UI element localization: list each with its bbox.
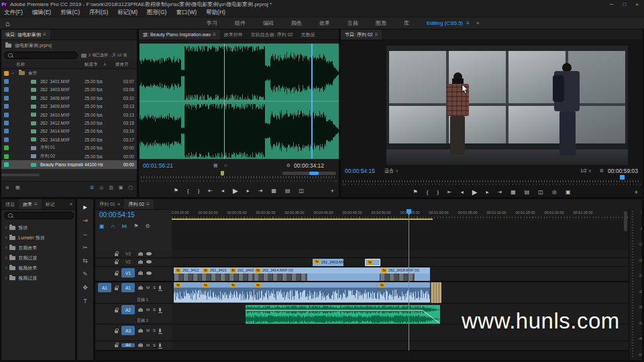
panel-menu-icon[interactable]: ≡ xyxy=(466,20,470,26)
timeline-clip-v2-0[interactable]: fx262_3403.MXF xyxy=(313,259,343,266)
expand-caret-icon[interactable]: › xyxy=(5,225,7,230)
workspace-tab-0[interactable]: 学习 xyxy=(198,18,226,28)
mute-button[interactable]: M xyxy=(146,328,150,333)
label-color-chip[interactable] xyxy=(4,145,9,150)
export-frame-button[interactable]: ◫ xyxy=(538,190,543,195)
track-header-V2[interactable]: V2 xyxy=(95,258,172,267)
label-color-chip[interactable] xyxy=(4,113,9,117)
project-row-262_3409-MXF[interactable]: 262_3409.MXF25.00 fps03:13 xyxy=(1,103,137,111)
effects-folder-5[interactable]: ›视频过渡 xyxy=(1,273,75,283)
scroll-track[interactable] xyxy=(345,184,639,185)
scroll-handle-right[interactable]: ○ xyxy=(335,179,337,183)
track-output-toggle-icon[interactable] xyxy=(146,272,152,275)
label-color-chip[interactable] xyxy=(4,96,9,101)
tab-program[interactable]: 节目: 序列 02 ≡ xyxy=(341,29,382,40)
column-name[interactable]: 名称 xyxy=(16,62,25,68)
go-to-in-button[interactable]: ⇤ xyxy=(208,188,213,194)
work-area-bar[interactable] xyxy=(172,219,433,220)
linked-selection-toggle[interactable]: ⋈ xyxy=(121,223,127,229)
track-lane-A4[interactable] xyxy=(172,341,629,351)
track-lock-icon[interactable] xyxy=(115,253,118,256)
type-tool[interactable]: T xyxy=(83,298,87,304)
track-header-A3[interactable]: A3MS xyxy=(95,324,172,341)
automate-to-sequence-button[interactable]: ⊞ xyxy=(90,185,94,190)
find-button[interactable]: ◎ xyxy=(99,185,103,190)
minimize-button[interactable]: ─ xyxy=(610,1,614,7)
menu-item-5[interactable]: 图形(G) xyxy=(147,9,166,17)
mark-out-button[interactable]: } xyxy=(198,188,200,194)
menu-item-1[interactable]: 编辑(E) xyxy=(32,9,51,17)
timeline-ruler[interactable]: 00:00:15:0000:00:20:0000:00:25:0000:00:3… xyxy=(172,209,629,219)
track-header-A2[interactable]: A2MS音频 2 xyxy=(95,304,172,324)
expand-caret-icon[interactable]: › xyxy=(5,245,7,250)
project-row-262_3412-MXF[interactable]: 262_3412.MXF25.00 fps03:15 xyxy=(1,119,137,127)
workspace-tab-5[interactable]: 音频 xyxy=(339,18,367,28)
expand-caret-icon[interactable]: › xyxy=(5,265,7,270)
voiceover-record-icon[interactable] xyxy=(159,343,161,347)
folder-expand-caret[interactable]: › xyxy=(11,72,15,74)
menu-item-3[interactable]: 序列(S) xyxy=(89,9,108,17)
timeline-clip-a1-4[interactable]: fx xyxy=(378,282,430,303)
timeline-clip-v1-3[interactable]: fx262_3414.MXF [V] xyxy=(254,267,380,281)
ripple-edit-tool[interactable]: ↔ xyxy=(83,231,89,237)
track-output-toggle-icon[interactable] xyxy=(146,260,152,263)
new-bin-button[interactable]: ▥ xyxy=(109,185,113,190)
track-header-A4[interactable]: A4MS xyxy=(95,341,172,351)
voiceover-record-icon[interactable] xyxy=(159,328,161,333)
sync-lock-icon[interactable] xyxy=(138,271,143,275)
track-lane-V2[interactable] xyxy=(172,258,629,267)
timeline-clip-a1-2[interactable]: fx xyxy=(229,282,254,303)
menu-item-7[interactable]: 帮助(H) xyxy=(206,9,225,17)
expand-caret-icon[interactable]: › xyxy=(5,255,7,260)
source-scrollbar[interactable]: ○ ○ xyxy=(140,178,337,183)
track-lock-icon[interactable] xyxy=(115,310,118,312)
program-scrollbar[interactable]: ○ ○ xyxy=(342,182,641,186)
tab-project[interactable]: 项目: 微电影案例 ≡ xyxy=(1,29,50,40)
program-position-timecode[interactable]: 00:00:54:15 xyxy=(345,168,375,174)
workspace-overflow-icon[interactable]: » xyxy=(476,20,479,26)
export-frame-button[interactable]: ◫ xyxy=(299,188,305,194)
track-lock-icon[interactable] xyxy=(115,330,118,333)
project-column-headers[interactable]: 名称 帧速率 ∧ 媒体开 xyxy=(1,60,137,69)
snap-toggle[interactable]: ∩ xyxy=(111,223,115,229)
timeline-clip-v1-4[interactable]: fx262_3418.MXF [V] xyxy=(380,267,430,281)
list-view-button[interactable]: ≣ xyxy=(5,185,9,190)
audio-meter-panel[interactable]: 0-6-12-18-24-30-36-42-48-54 xyxy=(629,208,643,361)
program-video-frame[interactable] xyxy=(386,46,628,165)
track-lane-V3[interactable] xyxy=(172,250,629,258)
track-header-A1[interactable]: A1A1MS音频 1 xyxy=(95,282,172,304)
mute-button[interactable]: M xyxy=(146,308,150,312)
step-forward-button[interactable]: ▸ xyxy=(486,190,488,195)
panel-menu-icon[interactable]: ≡ xyxy=(213,32,216,38)
project-row-262_3410-MXF[interactable]: 262_3410.MXF25.00 fps03:13 xyxy=(1,111,137,119)
add-marker-button[interactable]: ⚑ xyxy=(133,223,138,229)
multi-camera-button[interactable]: ▣ xyxy=(566,190,571,195)
pen-tool[interactable]: ✎ xyxy=(83,272,88,278)
insert-overwrite-as-nest-toggle[interactable]: ▣ xyxy=(99,223,105,229)
track-target-V1[interactable]: V1 xyxy=(121,268,135,278)
panel-menu-icon[interactable]: ≡ xyxy=(34,201,38,207)
overwrite-button[interactable]: ▤ xyxy=(285,188,290,194)
track-target-V3[interactable]: V3 xyxy=(121,253,135,255)
effects-folder-4[interactable]: ›视频效果 xyxy=(1,263,75,273)
add-marker-button[interactable]: ⚑ xyxy=(413,190,418,195)
source-zoom-thumb[interactable] xyxy=(309,172,319,175)
timeline-clip-music[interactable]: fx xyxy=(246,305,440,324)
icon-view-button[interactable]: ▦ xyxy=(15,185,20,190)
step-back-button[interactable]: ◂ xyxy=(221,188,224,194)
label-color-chip[interactable] xyxy=(4,104,9,109)
timeline-empty-space[interactable] xyxy=(172,220,629,250)
mute-button[interactable]: M xyxy=(146,343,150,347)
effects-folder-0[interactable]: ›预设 xyxy=(1,223,75,233)
panel-overflow-icon[interactable]: » xyxy=(67,199,75,209)
mark-in-button[interactable]: { xyxy=(427,190,429,195)
track-lock-icon[interactable] xyxy=(115,288,118,290)
go-to-out-button[interactable]: ⇥ xyxy=(258,188,263,194)
track-target-A3[interactable]: A3 xyxy=(121,326,135,335)
add-marker-button[interactable]: ⚑ xyxy=(174,188,178,194)
timeline-clip-v2-1[interactable]: fx xyxy=(365,259,380,266)
track-lock-icon[interactable] xyxy=(115,261,118,264)
mark-out-button[interactable]: } xyxy=(437,190,439,195)
hand-tool[interactable]: ✥ xyxy=(83,285,88,291)
sync-lock-icon[interactable] xyxy=(138,328,143,333)
